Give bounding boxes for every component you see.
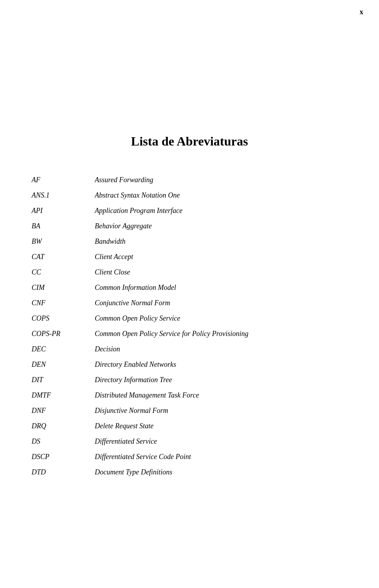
page-title: Lista de Abreviaturas bbox=[32, 134, 347, 149]
abbreviation-definition: Disjunctive Normal Form bbox=[95, 403, 347, 418]
table-row: DECDecision bbox=[32, 342, 347, 357]
table-row: DSCPDifferentiated Service Code Point bbox=[32, 449, 347, 465]
abbreviation-term: DIT bbox=[32, 372, 95, 388]
table-row: COPSCommon Open Policy Service bbox=[32, 311, 347, 326]
abbreviation-term: CIM bbox=[32, 280, 95, 295]
abbreviation-term: API bbox=[32, 203, 95, 218]
abbreviation-definition: Differentiated Service Code Point bbox=[95, 449, 347, 465]
abbreviation-definition: Common Information Model bbox=[95, 280, 347, 295]
abbreviation-term: DS bbox=[32, 434, 95, 449]
table-row: CATClient Accept bbox=[32, 249, 347, 265]
table-row: DRQDelete Request State bbox=[32, 418, 347, 434]
table-row: COPS-PRCommon Open Policy Service for Po… bbox=[32, 326, 347, 342]
abbreviation-definition: Delete Request State bbox=[95, 418, 347, 434]
abbreviation-definition: Client Close bbox=[95, 265, 347, 280]
table-row: CIMCommon Information Model bbox=[32, 280, 347, 295]
abbreviation-definition: Distributed Management Task Force bbox=[95, 388, 347, 403]
table-row: CNFConjunctive Normal Form bbox=[32, 295, 347, 311]
abbreviation-definition: Document Type Definitions bbox=[95, 465, 347, 480]
table-row: DNFDisjunctive Normal Form bbox=[32, 403, 347, 418]
abbreviation-term: DEN bbox=[32, 357, 95, 372]
abbreviation-definition: Decision bbox=[95, 342, 347, 357]
close-button[interactable]: x bbox=[360, 8, 363, 16]
table-row: BWBandwidth bbox=[32, 234, 347, 249]
abbreviation-term: COPS-PR bbox=[32, 326, 95, 342]
table-row: DMTFDistributed Management Task Force bbox=[32, 388, 347, 403]
abbreviation-definition: Behavior Aggregate bbox=[95, 218, 347, 234]
abbreviation-definition: Application Program Interface bbox=[95, 203, 347, 218]
abbreviation-definition: Directory Enabled Networks bbox=[95, 357, 347, 372]
table-row: DENDirectory Enabled Networks bbox=[32, 357, 347, 372]
abbreviation-term: DTD bbox=[32, 465, 95, 480]
abbreviation-definition: Abstract Syntax Notation One bbox=[95, 188, 347, 203]
abbreviation-term: DNF bbox=[32, 403, 95, 418]
abbreviation-term: CAT bbox=[32, 249, 95, 265]
abbreviation-table: AFAssured ForwardingANS.1Abstract Syntax… bbox=[32, 172, 347, 480]
table-row: DITDirectory Information Tree bbox=[32, 372, 347, 388]
abbreviation-definition: Directory Information Tree bbox=[95, 372, 347, 388]
table-row: DTDDocument Type Definitions bbox=[32, 465, 347, 480]
abbreviation-term: DRQ bbox=[32, 418, 95, 434]
abbreviation-definition: Conjunctive Normal Form bbox=[95, 295, 347, 311]
abbreviation-term: COPS bbox=[32, 311, 95, 326]
abbreviation-term: AF bbox=[32, 172, 95, 188]
table-row: ANS.1Abstract Syntax Notation One bbox=[32, 188, 347, 203]
abbreviation-term: BA bbox=[32, 218, 95, 234]
abbreviation-term: CNF bbox=[32, 295, 95, 311]
abbreviation-definition: Differentiated Service bbox=[95, 434, 347, 449]
table-row: AFAssured Forwarding bbox=[32, 172, 347, 188]
abbreviation-definition: Client Accept bbox=[95, 249, 347, 265]
abbreviation-term: DEC bbox=[32, 342, 95, 357]
abbreviation-term: CC bbox=[32, 265, 95, 280]
abbreviation-term: BW bbox=[32, 234, 95, 249]
table-row: APIApplication Program Interface bbox=[32, 203, 347, 218]
table-row: DSDifferentiated Service bbox=[32, 434, 347, 449]
abbreviation-definition: Common Open Policy Service bbox=[95, 311, 347, 326]
table-row: BABehavior Aggregate bbox=[32, 218, 347, 234]
abbreviation-term: ANS.1 bbox=[32, 188, 95, 203]
abbreviation-term: DMTF bbox=[32, 388, 95, 403]
table-row: CCClient Close bbox=[32, 265, 347, 280]
abbreviation-term: DSCP bbox=[32, 449, 95, 465]
abbreviation-definition: Assured Forwarding bbox=[95, 172, 347, 188]
abbreviation-definition: Common Open Policy Service for Policy Pr… bbox=[95, 326, 347, 342]
abbreviation-definition: Bandwidth bbox=[95, 234, 347, 249]
